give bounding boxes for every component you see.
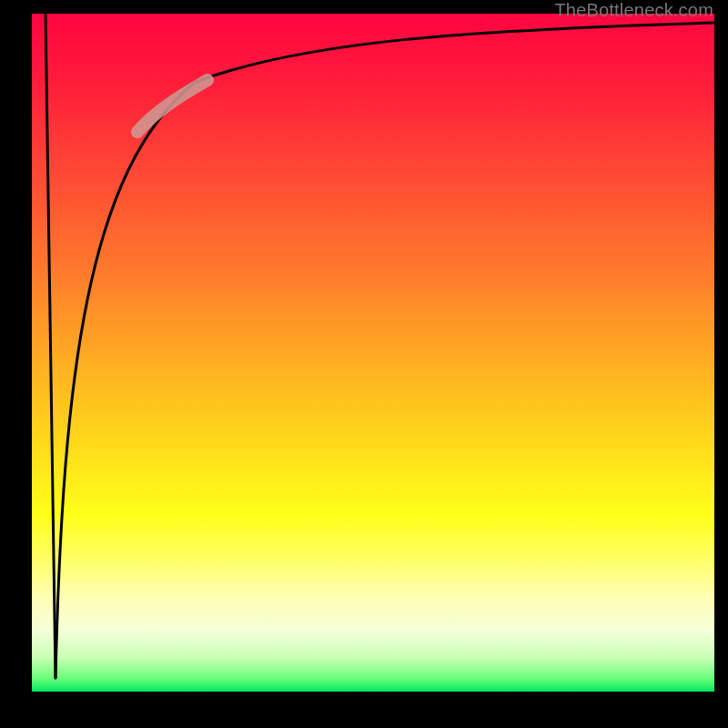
plot-area: [32, 14, 714, 692]
watermark-text: TheBottleneck.com: [554, 0, 713, 21]
main-curve-segment: [196, 23, 714, 82]
highlight-segment: [137, 80, 207, 132]
chart-container: TheBottleneck.com: [0, 0, 728, 728]
curve-layer: [32, 14, 714, 692]
main-curve-segment: [46, 14, 56, 678]
main-curve-segment: [56, 82, 196, 678]
